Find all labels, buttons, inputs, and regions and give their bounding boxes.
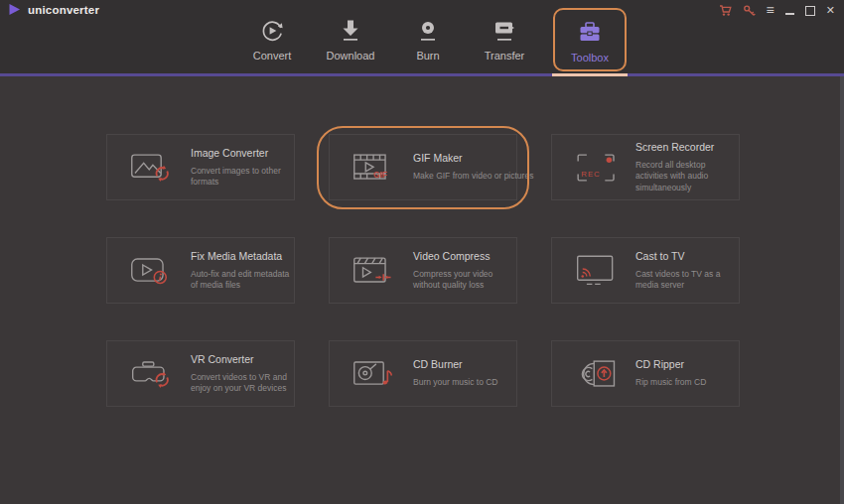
screen-recorder-icon: REC	[574, 148, 620, 188]
card-description: Cast videos to TV as a media server	[635, 269, 739, 292]
card-text: VR Converter Convert videos to VR and en…	[191, 353, 294, 395]
card-slot: CD Burner Burn your music to CD	[329, 340, 517, 407]
card-text: Screen Recorder Record all desktop activ…	[635, 141, 739, 193]
image-converter-icon	[129, 148, 175, 188]
card-description: Convert images to other formats	[191, 166, 294, 189]
toolbox-panel: Image Converter Convert images to other …	[0, 76, 844, 504]
card-description: Make GIF from video or pictures	[413, 171, 524, 182]
card-slot: GIF GIF Maker Make GIF from video or pic…	[329, 134, 517, 200]
card-slot: Video Compress Compress your video witho…	[329, 237, 517, 304]
download-icon	[312, 18, 389, 44]
fix-media-metadata-icon	[129, 251, 175, 291]
card-text: Image Converter Convert images to other …	[191, 147, 294, 189]
card-cd-burner[interactable]: CD Burner Burn your music to CD	[329, 340, 517, 407]
tab-burn[interactable]: Burn	[389, 18, 467, 62]
card-text: CD Burner Burn your music to CD	[413, 358, 516, 388]
transfer-icon	[466, 18, 543, 44]
card-video-compress[interactable]: Video Compress Compress your video witho…	[329, 237, 517, 304]
vr-converter-icon	[129, 354, 175, 394]
tab-toolbox-label: Toolbox	[555, 52, 625, 63]
card-description: Burn your music to CD	[413, 377, 516, 388]
gif-maker-icon: GIF	[352, 148, 397, 188]
card-title: Fix Media Metadata	[191, 250, 294, 262]
cd-burner-icon	[352, 354, 397, 394]
card-text: Fix Media Metadata Auto-fix and edit met…	[191, 250, 294, 292]
header: uniconverter ≡	[0, 0, 844, 73]
tab-toolbox[interactable]: Toolbox	[553, 8, 627, 71]
toolbox-icon	[555, 20, 625, 46]
uniconverter-window: uniconverter ≡	[0, 0, 844, 504]
card-description: Record all desktop activities with audio…	[635, 160, 739, 193]
card-slot: Image Converter Convert images to other …	[106, 134, 295, 200]
card-title: Cast to TV	[635, 250, 739, 262]
card-slot: Fix Media Metadata Auto-fix and edit met…	[106, 237, 295, 304]
card-slot: CD Ripper Rip music from CD	[551, 340, 740, 407]
card-cd-ripper[interactable]: CD Ripper Rip music from CD	[551, 340, 740, 407]
card-gif-maker[interactable]: GIF GIF Maker Make GIF from video or pic…	[329, 134, 517, 200]
card-fix-media-metadata[interactable]: Fix Media Metadata Auto-fix and edit met…	[106, 237, 295, 304]
main-nav: Convert Download	[0, 6, 844, 73]
card-cast-to-tv[interactable]: Cast to TV Cast videos to TV as a media …	[551, 237, 740, 304]
tab-download[interactable]: Download	[312, 18, 389, 62]
card-text: Cast to TV Cast videos to TV as a media …	[635, 250, 739, 292]
burn-icon	[389, 18, 467, 44]
card-image-converter[interactable]: Image Converter Convert images to other …	[106, 134, 295, 200]
tab-burn-label: Burn	[389, 50, 467, 62]
card-title: GIF Maker	[413, 152, 524, 164]
card-description: Rip music from CD	[635, 377, 739, 388]
card-description: Auto-fix and edit metadata of media file…	[191, 269, 294, 292]
card-screen-recorder[interactable]: REC Screen Recorder Record all desktop a…	[551, 134, 740, 200]
tab-download-label: Download	[312, 50, 389, 62]
card-text: CD Ripper Rip music from CD	[635, 358, 739, 388]
card-description: Convert videos to VR and enjoy on your V…	[191, 372, 294, 395]
card-title: CD Burner	[413, 358, 516, 370]
card-text: Video Compress Compress your video witho…	[413, 250, 516, 292]
convert-icon	[233, 18, 311, 44]
card-slot: VR Converter Convert videos to VR and en…	[106, 340, 295, 407]
card-title: CD Ripper	[635, 358, 739, 370]
video-compress-icon	[352, 251, 397, 291]
card-title: VR Converter	[191, 353, 294, 365]
card-description: Compress your video without quality loss	[413, 269, 516, 292]
tab-transfer-label: Transfer	[466, 50, 543, 62]
card-slot: Cast to TV Cast videos to TV as a media …	[551, 237, 740, 304]
tool-grid: Image Converter Convert images to other …	[106, 134, 740, 407]
card-slot: REC Screen Recorder Record all desktop a…	[551, 134, 740, 200]
scrollbar[interactable]	[840, 76, 844, 504]
card-title: Video Compress	[413, 250, 516, 262]
tab-transfer[interactable]: Transfer	[466, 18, 543, 62]
tab-convert[interactable]: Convert	[233, 18, 311, 62]
tab-convert-label: Convert	[233, 50, 311, 62]
rec-icon-text: REC	[581, 170, 600, 179]
card-text: GIF Maker Make GIF from video or picture…	[413, 152, 524, 182]
cd-ripper-icon	[574, 354, 620, 394]
gif-icon-text: GIF	[373, 171, 387, 180]
card-title: Screen Recorder	[635, 141, 739, 153]
cast-to-tv-icon	[574, 251, 620, 291]
card-vr-converter[interactable]: VR Converter Convert videos to VR and en…	[106, 340, 295, 407]
card-title: Image Converter	[191, 147, 294, 159]
